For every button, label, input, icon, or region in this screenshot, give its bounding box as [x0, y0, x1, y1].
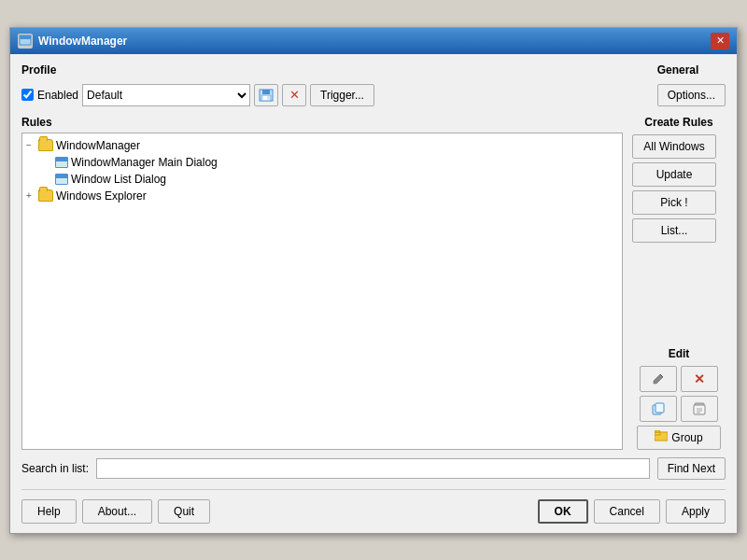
update-button[interactable]: Update: [632, 162, 716, 187]
delete-profile-button[interactable]: ✕: [282, 84, 306, 106]
all-windows-button[interactable]: All Windows: [632, 134, 716, 159]
toggle-windowmanager: −: [26, 140, 35, 150]
help-button[interactable]: Help: [21, 499, 77, 524]
toggle-main-dialog: [43, 157, 52, 167]
tree-node-windows-explorer-label: Windows Explorer: [56, 189, 147, 203]
search-input[interactable]: [96, 458, 650, 479]
search-row: Search in list: Find Next: [21, 457, 726, 480]
bottom-divider: [21, 489, 726, 490]
group-button-label: Group: [671, 431, 702, 444]
trigger-button[interactable]: Trigger...: [310, 84, 374, 106]
tree-children-windowmanager: WindowManager Main Dialog Window List Di…: [26, 154, 618, 188]
general-label: General: [657, 63, 726, 77]
window-icon-main-dialog: [55, 157, 68, 168]
list-button[interactable]: List...: [632, 218, 716, 243]
tree-node-main-dialog-label: WindowManager Main Dialog: [71, 156, 218, 169]
tree-node-windows-explorer[interactable]: + Windows Explorer: [26, 188, 618, 204]
profile-section: Profile Enabled Default: [21, 63, 374, 106]
edit-row-2: [632, 396, 726, 422]
group-button[interactable]: Group: [637, 426, 721, 450]
main-window: WindowManager ✕ Profile Enabled Default: [9, 27, 738, 534]
edit-delete-button[interactable]: ✕: [681, 366, 718, 392]
create-rules-label: Create Rules: [632, 116, 726, 129]
title-bar-left: WindowManager: [18, 34, 127, 49]
enabled-checkbox-label[interactable]: Enabled: [21, 89, 78, 102]
tree-node-window-list[interactable]: Window List Dialog: [43, 171, 618, 188]
about-button[interactable]: About...: [82, 499, 152, 524]
tree-node-windowmanager-label: WindowManager: [56, 139, 140, 152]
enabled-label-text: Enabled: [37, 89, 78, 102]
window-icon-window-list: [55, 174, 68, 185]
bottom-right-buttons: OK Cancel Apply: [538, 499, 726, 524]
ok-button[interactable]: OK: [538, 499, 588, 524]
folder-icon-windowmanager: [38, 139, 53, 151]
svg-rect-1: [20, 35, 31, 39]
pick-button[interactable]: Pick !: [632, 190, 716, 215]
rules-panel: Rules − WindowManager WindowManager Main…: [21, 116, 623, 450]
tree-node-window-list-label: Window List Dialog: [71, 173, 166, 186]
window-icon: [18, 34, 33, 49]
profile-controls: Enabled Default ✕ Trigger..: [21, 84, 374, 106]
top-row: Profile Enabled Default: [21, 63, 726, 106]
search-label: Search in list:: [21, 462, 89, 475]
title-bar: WindowManager ✕: [10, 28, 737, 54]
tree-node-windowmanager[interactable]: − WindowManager: [26, 137, 618, 154]
bottom-left-buttons: Help About... Quit: [21, 499, 210, 524]
svg-rect-3: [262, 90, 270, 94]
content-area: Profile Enabled Default: [10, 54, 737, 533]
enabled-checkbox[interactable]: [21, 89, 34, 101]
svg-rect-8: [655, 403, 664, 413]
edit-copy-button[interactable]: [640, 396, 677, 422]
quit-button[interactable]: Quit: [158, 499, 210, 524]
apply-button[interactable]: Apply: [666, 499, 726, 524]
group-folder-icon: [655, 430, 668, 444]
close-button[interactable]: ✕: [711, 33, 729, 49]
find-next-button[interactable]: Find Next: [657, 457, 726, 480]
save-profile-button[interactable]: [254, 84, 278, 106]
options-button[interactable]: Options...: [657, 84, 726, 106]
folder-icon-windows-explorer: [38, 189, 53, 202]
profile-label: Profile: [21, 63, 374, 77]
tree-node-main-dialog[interactable]: WindowManager Main Dialog: [43, 154, 618, 171]
rules-label: Rules: [21, 116, 623, 129]
main-area: Rules − WindowManager WindowManager Main…: [21, 116, 726, 450]
cancel-button[interactable]: Cancel: [594, 499, 660, 524]
edit-paste-button[interactable]: [681, 396, 718, 422]
edit-row-1: ✕: [632, 366, 726, 392]
edit-label: Edit: [632, 347, 726, 360]
right-panel: Create Rules All Windows Update Pick ! L…: [632, 116, 726, 450]
title-text: WindowManager: [38, 35, 127, 48]
rules-tree-container[interactable]: − WindowManager WindowManager Main Dialo…: [21, 133, 623, 450]
bottom-buttons: Help About... Quit OK Cancel Apply: [21, 496, 726, 524]
create-rules-section: Create Rules All Windows Update Pick ! L…: [632, 116, 726, 243]
edit-pencil-button[interactable]: [640, 366, 677, 392]
general-section: General Options...: [657, 63, 726, 106]
toggle-windows-explorer: +: [26, 190, 35, 201]
svg-rect-5: [263, 96, 267, 100]
edit-section: Edit ✕: [632, 347, 726, 450]
profile-select[interactable]: Default: [82, 84, 250, 106]
toggle-window-list: [43, 174, 52, 184]
